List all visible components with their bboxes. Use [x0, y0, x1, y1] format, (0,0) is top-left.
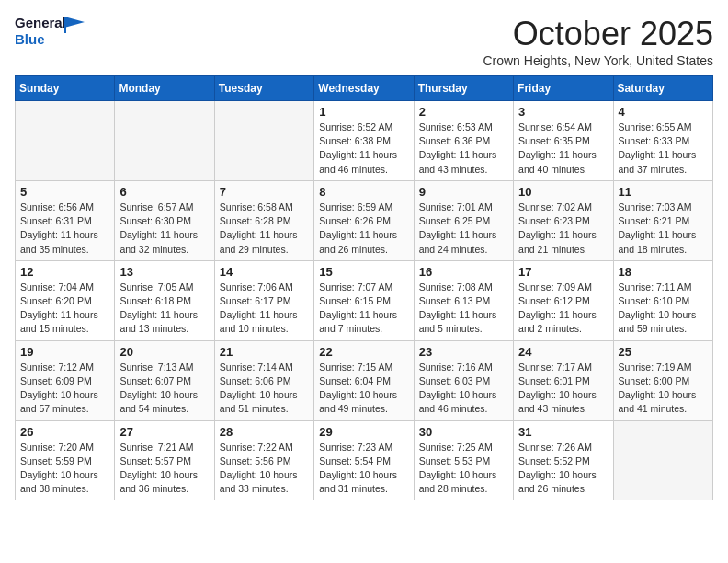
calendar-cell: 5Sunrise: 6:56 AM Sunset: 6:31 PM Daylig… [16, 180, 115, 260]
day-info: Sunrise: 7:05 AM Sunset: 6:18 PM Dayligh… [119, 281, 209, 337]
col-tuesday: Tuesday [214, 76, 313, 101]
title-section: October 2025 Crown Heights, New York, Un… [483, 15, 713, 68]
calendar-cell: 22Sunrise: 7:15 AM Sunset: 6:04 PM Dayli… [314, 340, 414, 420]
calendar-week-2: 5Sunrise: 6:56 AM Sunset: 6:31 PM Daylig… [16, 180, 713, 260]
calendar-body: 1Sunrise: 6:52 AM Sunset: 6:38 PM Daylig… [16, 101, 713, 500]
calendar-cell: 20Sunrise: 7:13 AM Sunset: 6:07 PM Dayli… [115, 340, 214, 420]
day-number: 9 [419, 185, 508, 199]
day-number: 7 [220, 185, 309, 199]
calendar-week-4: 19Sunrise: 7:12 AM Sunset: 6:09 PM Dayli… [16, 340, 713, 420]
svg-marker-0 [64, 17, 85, 28]
day-info: Sunrise: 7:06 AM Sunset: 6:17 PM Dayligh… [220, 281, 309, 337]
day-number: 31 [518, 425, 608, 439]
calendar-cell: 9Sunrise: 7:01 AM Sunset: 6:25 PM Daylig… [414, 180, 513, 260]
day-info: Sunrise: 7:04 AM Sunset: 6:20 PM Dayligh… [20, 281, 109, 337]
day-info: Sunrise: 6:58 AM Sunset: 6:28 PM Dayligh… [220, 201, 309, 257]
logo: General Blue [15, 15, 88, 61]
day-number: 14 [220, 265, 309, 279]
col-wednesday: Wednesday [314, 76, 414, 101]
day-number: 12 [20, 265, 109, 279]
day-info: Sunrise: 7:17 AM Sunset: 6:01 PM Dayligh… [518, 361, 608, 417]
calendar-cell [115, 101, 214, 181]
col-monday: Monday [115, 76, 214, 101]
calendar-cell: 11Sunrise: 7:03 AM Sunset: 6:21 PM Dayli… [613, 180, 712, 260]
calendar-cell: 15Sunrise: 7:07 AM Sunset: 6:15 PM Dayli… [314, 260, 414, 340]
calendar-cell: 12Sunrise: 7:04 AM Sunset: 6:20 PM Dayli… [16, 260, 115, 340]
calendar-cell: 2Sunrise: 6:53 AM Sunset: 6:36 PM Daylig… [414, 101, 513, 181]
col-saturday: Saturday [613, 76, 712, 101]
day-info: Sunrise: 7:23 AM Sunset: 5:54 PM Dayligh… [319, 441, 408, 497]
day-number: 2 [419, 105, 508, 119]
day-number: 8 [319, 185, 408, 199]
calendar-table: Sunday Monday Tuesday Wednesday Thursday… [15, 75, 713, 500]
calendar-cell: 23Sunrise: 7:16 AM Sunset: 6:03 PM Dayli… [414, 340, 513, 420]
day-info: Sunrise: 7:03 AM Sunset: 6:21 PM Dayligh… [619, 201, 708, 257]
calendar-cell: 4Sunrise: 6:55 AM Sunset: 6:33 PM Daylig… [613, 101, 712, 181]
day-info: Sunrise: 7:26 AM Sunset: 5:52 PM Dayligh… [518, 441, 608, 497]
day-info: Sunrise: 7:08 AM Sunset: 6:13 PM Dayligh… [419, 281, 508, 337]
calendar-cell: 29Sunrise: 7:23 AM Sunset: 5:54 PM Dayli… [314, 420, 414, 500]
day-info: Sunrise: 6:57 AM Sunset: 6:30 PM Dayligh… [119, 201, 209, 257]
calendar-cell: 26Sunrise: 7:20 AM Sunset: 5:59 PM Dayli… [16, 420, 115, 500]
day-number: 4 [619, 105, 708, 119]
calendar-cell: 27Sunrise: 7:21 AM Sunset: 5:57 PM Dayli… [115, 420, 214, 500]
day-number: 5 [20, 185, 109, 199]
logo-flag-icon [64, 17, 85, 33]
svg-rect-1 [64, 17, 66, 33]
location-subtitle: Crown Heights, New York, United States [483, 53, 713, 68]
day-number: 18 [619, 265, 708, 279]
day-number: 13 [119, 265, 209, 279]
calendar-cell: 19Sunrise: 7:12 AM Sunset: 6:09 PM Dayli… [16, 340, 115, 420]
calendar-cell: 21Sunrise: 7:14 AM Sunset: 6:06 PM Dayli… [214, 340, 313, 420]
day-number: 27 [119, 425, 209, 439]
day-number: 23 [419, 345, 508, 359]
calendar-week-3: 12Sunrise: 7:04 AM Sunset: 6:20 PM Dayli… [16, 260, 713, 340]
day-info: Sunrise: 6:59 AM Sunset: 6:26 PM Dayligh… [319, 201, 408, 257]
day-info: Sunrise: 7:25 AM Sunset: 5:53 PM Dayligh… [419, 441, 508, 497]
day-info: Sunrise: 6:52 AM Sunset: 6:38 PM Dayligh… [319, 121, 408, 177]
day-info: Sunrise: 7:15 AM Sunset: 6:04 PM Dayligh… [319, 361, 408, 417]
calendar-cell: 3Sunrise: 6:54 AM Sunset: 6:35 PM Daylig… [514, 101, 613, 181]
col-thursday: Thursday [414, 76, 513, 101]
day-info: Sunrise: 6:54 AM Sunset: 6:35 PM Dayligh… [518, 121, 608, 177]
day-info: Sunrise: 7:11 AM Sunset: 6:10 PM Dayligh… [619, 281, 708, 337]
day-number: 20 [119, 345, 209, 359]
calendar-cell [613, 420, 712, 500]
calendar-cell: 17Sunrise: 7:09 AM Sunset: 6:12 PM Dayli… [514, 260, 613, 340]
day-number: 22 [319, 345, 408, 359]
calendar-cell: 1Sunrise: 6:52 AM Sunset: 6:38 PM Daylig… [314, 101, 414, 181]
day-info: Sunrise: 7:16 AM Sunset: 6:03 PM Dayligh… [419, 361, 508, 417]
day-info: Sunrise: 7:13 AM Sunset: 6:07 PM Dayligh… [119, 361, 209, 417]
day-info: Sunrise: 7:02 AM Sunset: 6:23 PM Dayligh… [518, 201, 608, 257]
calendar-cell: 14Sunrise: 7:06 AM Sunset: 6:17 PM Dayli… [214, 260, 313, 340]
day-info: Sunrise: 7:07 AM Sunset: 6:15 PM Dayligh… [319, 281, 408, 337]
logo-general-text: General [15, 15, 66, 30]
day-info: Sunrise: 7:20 AM Sunset: 5:59 PM Dayligh… [20, 441, 109, 497]
day-number: 1 [319, 105, 408, 119]
day-number: 29 [319, 425, 408, 439]
calendar-cell: 28Sunrise: 7:22 AM Sunset: 5:56 PM Dayli… [214, 420, 313, 500]
day-info: Sunrise: 7:22 AM Sunset: 5:56 PM Dayligh… [220, 441, 309, 497]
day-number: 24 [518, 345, 608, 359]
day-info: Sunrise: 6:55 AM Sunset: 6:33 PM Dayligh… [619, 121, 708, 177]
day-number: 11 [619, 185, 708, 199]
day-number: 15 [319, 265, 408, 279]
calendar-cell: 18Sunrise: 7:11 AM Sunset: 6:10 PM Dayli… [613, 260, 712, 340]
calendar-cell: 10Sunrise: 7:02 AM Sunset: 6:23 PM Dayli… [514, 180, 613, 260]
calendar-cell [16, 101, 115, 181]
day-info: Sunrise: 7:12 AM Sunset: 6:09 PM Dayligh… [20, 361, 109, 417]
calendar-cell: 24Sunrise: 7:17 AM Sunset: 6:01 PM Dayli… [514, 340, 613, 420]
page-header: General Blue October 2025 Crown Heights,… [15, 15, 713, 68]
col-sunday: Sunday [16, 76, 115, 101]
day-number: 16 [419, 265, 508, 279]
day-number: 21 [220, 345, 309, 359]
calendar-cell: 8Sunrise: 6:59 AM Sunset: 6:26 PM Daylig… [314, 180, 414, 260]
day-info: Sunrise: 7:09 AM Sunset: 6:12 PM Dayligh… [518, 281, 608, 337]
logo-blue-text: Blue [15, 31, 45, 47]
day-info: Sunrise: 7:19 AM Sunset: 6:00 PM Dayligh… [619, 361, 708, 417]
col-friday: Friday [514, 76, 613, 101]
day-info: Sunrise: 6:53 AM Sunset: 6:36 PM Dayligh… [419, 121, 508, 177]
day-number: 10 [518, 185, 608, 199]
calendar-cell: 25Sunrise: 7:19 AM Sunset: 6:00 PM Dayli… [613, 340, 712, 420]
day-info: Sunrise: 7:01 AM Sunset: 6:25 PM Dayligh… [419, 201, 508, 257]
